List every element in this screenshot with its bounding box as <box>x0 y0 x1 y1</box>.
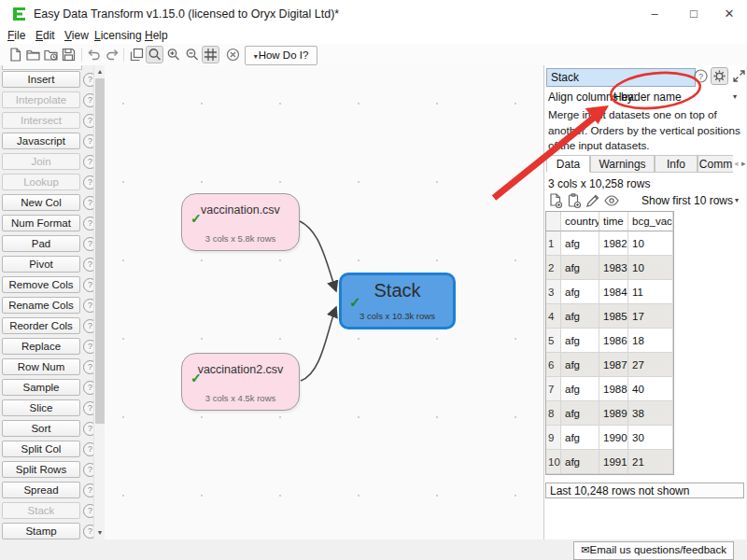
zoom-out-icon[interactable] <box>184 47 200 63</box>
table-row: 1afg198210 <box>546 231 673 256</box>
rows-not-shown-note: Last 10,248 rows not shown <box>545 483 744 498</box>
data-table: country time bcg_vacc 1afg198210 2afg198… <box>545 211 674 475</box>
title-bar: Easy Data Transform v1.15.0 (licensed to… <box>0 0 747 28</box>
expand-icon[interactable] <box>731 68 747 84</box>
close-button[interactable]: ✕ <box>710 0 747 28</box>
panel-help-icon[interactable]: ? <box>693 68 709 84</box>
scrollbar-thumb[interactable] <box>95 78 105 424</box>
status-bar: ✉Email us questions/feedback <box>0 539 747 560</box>
align-columns-select[interactable]: Header name <box>613 91 682 104</box>
sidebar-item-sample[interactable]: Sample <box>2 379 80 396</box>
search-icon[interactable] <box>147 47 162 63</box>
node-stats: 3 cols x 10.3k rows <box>342 311 453 321</box>
connections <box>105 65 543 539</box>
menu-licensing[interactable]: Licensing <box>94 29 142 42</box>
copy-to-clipboard-icon[interactable] <box>566 192 583 209</box>
dataset-stats: 3 cols x 10,258 rows <box>548 177 650 190</box>
tab-warnings[interactable]: Warnings <box>590 155 655 173</box>
show-rows-select[interactable]: Show first 10 rows ▾ <box>641 194 742 207</box>
tab-scroll-left-icon[interactable]: ◂ <box>734 159 739 168</box>
sidebar-item-split-col[interactable]: Split Col <box>2 441 80 457</box>
node-vaccination-csv[interactable]: ✓ vaccination.csv 3 cols x 5.8k rows <box>181 193 300 251</box>
open-recent-icon[interactable] <box>43 47 59 63</box>
node-stack-selected[interactable]: ✓ Stack 3 cols x 10.3k rows <box>339 273 456 329</box>
workflow-canvas[interactable]: ✓ vaccination.csv 3 cols x 5.8k rows ✓ v… <box>105 65 543 539</box>
save-icon[interactable] <box>61 47 77 63</box>
redo-icon[interactable] <box>105 47 120 63</box>
node-vaccination2-csv[interactable]: ✓ vaccination2.csv 3 cols x 4.5k rows <box>181 353 300 411</box>
sidebar-item-num-format[interactable]: Num Format <box>2 215 80 231</box>
edit-pencil-icon[interactable] <box>585 192 601 209</box>
sidebar-item-lookup[interactable]: Lookup <box>2 174 80 190</box>
new-file-icon[interactable] <box>7 47 23 63</box>
menu-file[interactable]: File <box>7 29 25 42</box>
tab-data[interactable]: Data <box>546 155 590 173</box>
sidebar-item-remove-cols[interactable]: Remove Cols <box>2 276 80 293</box>
toggle-grid-icon[interactable] <box>203 47 218 63</box>
zoom-in-icon[interactable] <box>165 47 181 63</box>
view-eye-icon[interactable] <box>603 192 620 209</box>
sidebar-item-slice[interactable]: Slice <box>2 399 80 416</box>
sidebar-item-split-rows[interactable]: Split Rows <box>2 461 80 478</box>
open-folder-icon[interactable] <box>25 47 41 63</box>
col-header-time[interactable]: time <box>599 212 628 231</box>
sidebar-item-stamp[interactable]: Stamp <box>2 523 80 539</box>
check-icon: ✓ <box>190 211 202 226</box>
align-columns-row: Align columns by: Header name ▾ <box>548 91 742 105</box>
undo-icon[interactable] <box>86 47 102 63</box>
table-row: 7afg198840 <box>546 377 673 401</box>
envelope-icon: ✉ <box>581 544 590 555</box>
col-header-bcg-vacc[interactable]: bcg_vacc <box>628 212 673 231</box>
svg-text:?: ? <box>698 72 703 81</box>
menu-help[interactable]: Help <box>145 29 168 42</box>
tab-info[interactable]: Info <box>655 155 698 173</box>
table-row: 5afg198618 <box>546 329 673 353</box>
toolbar: ▾How Do I? <box>0 44 747 66</box>
dropdown-arrow-icon[interactable]: ▾ <box>733 92 737 101</box>
sidebar-item-rename-cols[interactable]: Rename Cols <box>2 297 80 314</box>
sidebar-item-join[interactable]: Join <box>2 153 80 170</box>
menu-edit[interactable]: Edit <box>35 29 55 42</box>
dropdown-arrow-icon: ▾ <box>254 52 258 61</box>
node-stats: 3 cols x 4.5k rows <box>182 393 299 403</box>
sidebar-item-insert[interactable]: Insert <box>2 71 80 88</box>
sidebar-item-intersect[interactable]: Intersect <box>2 112 80 129</box>
table-row: 6afg198727 <box>546 353 673 377</box>
table-row: 4afg198517 <box>546 304 673 329</box>
duplicate-icon[interactable] <box>129 47 145 63</box>
sidebar-item-new-col[interactable]: New Col <box>2 194 80 211</box>
window-title: Easy Data Transform v1.15.0 (licensed to… <box>34 7 339 21</box>
table-row: 3afg198411 <box>546 280 673 304</box>
table-row: 10afg199121 <box>546 450 673 474</box>
transform-sidebar: Insert? Interpolate? Intersect? Javascri… <box>0 65 93 539</box>
table-row: 2afg198310 <box>546 256 673 280</box>
remove-icon[interactable] <box>225 47 241 63</box>
how-do-i-button[interactable]: ▾How Do I? <box>245 46 317 65</box>
node-stats: 3 cols x 5.8k rows <box>182 233 299 244</box>
sidebar-item-row-num[interactable]: Row Num <box>2 358 80 375</box>
table-row: 9afg199030 <box>546 426 673 450</box>
maximize-button[interactable]: □ <box>674 0 713 28</box>
gear-icon[interactable] <box>712 68 727 84</box>
sidebar-item-interpolate[interactable]: Interpolate <box>2 91 80 108</box>
sidebar-item-spread[interactable]: Spread <box>2 482 80 498</box>
sidebar-item-stack[interactable]: Stack <box>2 502 80 519</box>
tab-comments[interactable]: Comm <box>698 155 733 173</box>
sidebar-item-sort[interactable]: Sort <box>2 420 80 437</box>
app-logo-icon <box>12 7 27 21</box>
transform-properties-panel: ? Align columns by: Header name ▾ Merge … <box>543 65 746 539</box>
feedback-button[interactable]: ✉Email us questions/feedback <box>573 541 734 560</box>
menu-bar: File Edit View Licensing Help <box>0 28 747 44</box>
minimize-button[interactable]: – <box>635 0 674 28</box>
sidebar-item-javascript[interactable]: Javascript <box>2 133 80 149</box>
sidebar-item-reorder-cols[interactable]: Reorder Cols <box>2 317 80 334</box>
sidebar-item-pad[interactable]: Pad <box>2 235 80 252</box>
node-name-field[interactable] <box>546 68 696 87</box>
menu-view[interactable]: View <box>64 29 89 42</box>
copy-to-file-icon[interactable] <box>547 192 564 209</box>
col-header-country[interactable]: country <box>561 212 599 231</box>
dropdown-arrow-icon: ▾ <box>735 196 739 204</box>
sidebar-item-replace[interactable]: Replace <box>2 338 80 355</box>
tab-scroll-right-icon[interactable]: ▸ <box>741 159 746 168</box>
sidebar-item-pivot[interactable]: Pivot <box>2 256 80 273</box>
